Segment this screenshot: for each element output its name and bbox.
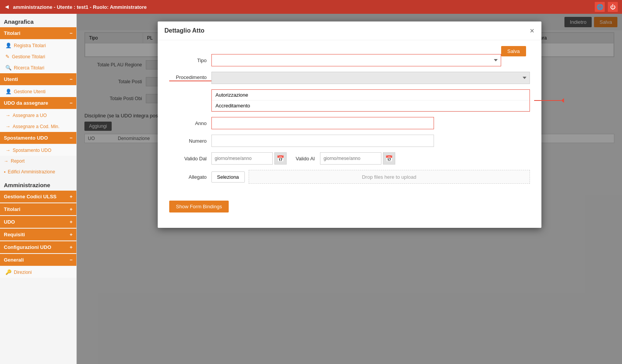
- sidebar-group-label: Requisiti: [4, 232, 25, 237]
- back-arrow-icon[interactable]: ◄: [4, 3, 10, 10]
- sidebar-item-label: Report: [11, 158, 25, 164]
- sidebar-item-edifici[interactable]: ▪ Edifici Amministrazione: [0, 166, 76, 177]
- dropdown-item-autorizzazione[interactable]: Autorizzazione: [212, 90, 530, 100]
- sidebar-group-label: Gestione Codici ULSS: [4, 194, 56, 199]
- tipo-label: Tipo: [169, 58, 211, 63]
- sidebar-group-utenti-label: Utenti: [4, 76, 18, 82]
- sidebar-group-requisiti[interactable]: Requisiti +: [0, 229, 76, 240]
- valido-dal-input[interactable]: [211, 152, 273, 165]
- sidebar-item-label: Registra Titolari: [14, 43, 46, 48]
- content-area: Indietro Salva Tipo PL Nome Stanza PI Os…: [77, 14, 622, 364]
- sidebar-item-report[interactable]: → Report: [0, 156, 76, 166]
- search-icon: 🔍: [5, 65, 12, 71]
- sidebar: Anagrafica Titolari − 👤 Registra Titolar…: [0, 14, 77, 364]
- file-upload-area: Seleziona Drop files here to upload: [211, 170, 530, 184]
- sidebar-item-label: Assegnare a Cod. Min.: [13, 124, 59, 129]
- sidebar-group-titolari-admin[interactable]: Titolari +: [0, 203, 76, 215]
- topbar-left: ◄ amministrazione - Utente : test1 - Ruo…: [4, 3, 147, 10]
- valido-dal-group: 📅 Valido Al 📅: [211, 152, 396, 165]
- drop-zone[interactable]: Drop files here to upload: [249, 170, 530, 184]
- topbar-title: amministrazione - Utente : test1 - Ruolo…: [13, 4, 147, 10]
- sidebar-group-label: Configurazioni UDO: [4, 244, 51, 250]
- arrow-icon: →: [5, 147, 10, 153]
- sidebar-item-label: Gestione Titolari: [12, 54, 45, 59]
- sidebar-item-spostamento-udo[interactable]: → Spostamento UDO: [0, 145, 76, 156]
- procedimento-row: Procedimento: [169, 72, 530, 84]
- sidebar-item-assegnare-cod-min[interactable]: → Assegnare a Cod. Min.: [0, 121, 76, 132]
- sidebar-item-direzioni[interactable]: 🔑 Direzioni: [0, 267, 76, 278]
- arrow-head: [561, 98, 564, 103]
- key-icon: 🔑: [5, 269, 12, 275]
- amministrazione-title: Amministrazione: [0, 177, 76, 191]
- sidebar-group-spostamento-udo-icon: −: [69, 135, 73, 141]
- sidebar-item-ricerca-titolari[interactable]: 🔍 Ricerca Titolari: [0, 62, 76, 73]
- modal-dettaglio-atto: Dettaglio Atto × Salva Tipo: [158, 21, 541, 228]
- sidebar-group-label: Generali: [4, 257, 24, 263]
- sidebar-group-plus-icon: +: [69, 206, 73, 212]
- sidebar-item-label: Edifici Amministrazione: [8, 169, 55, 175]
- modal-close-button[interactable]: ×: [530, 27, 535, 35]
- anagrafica-title: Anagrafica: [0, 14, 76, 27]
- drop-files-text: Drop files here to upload: [362, 174, 416, 180]
- sidebar-item-label: Gestione Utenti: [14, 89, 46, 94]
- sidebar-item-label: Assegnare a UO: [13, 113, 47, 118]
- sidebar-group-label: Titolari: [4, 206, 20, 212]
- sidebar-group-plus-icon: +: [69, 244, 73, 250]
- edit-icon: ✎: [5, 54, 10, 59]
- sidebar-group-spostamento-udo[interactable]: Spostamento UDO −: [0, 132, 76, 144]
- sidebar-item-gestione-utenti[interactable]: 👤 Gestione Utenti: [0, 86, 76, 97]
- sidebar-group-udo-assegnare[interactable]: UDO da assegnare −: [0, 97, 76, 109]
- seleziona-button[interactable]: Seleziona: [211, 171, 245, 183]
- person-icon: 👤: [5, 43, 12, 48]
- valido-dal-row: Valido Dal 📅 Valido Al 📅: [169, 152, 530, 165]
- sidebar-group-configurazioni-udo[interactable]: Configurazioni UDO +: [0, 241, 76, 253]
- arrow-line: [534, 100, 561, 101]
- sidebar-item-assegnare-uo[interactable]: → Assegnare a UO: [0, 110, 76, 121]
- sidebar-group-spostamento-udo-label: Spostamento UDO: [4, 135, 48, 141]
- allegato-row: Allegato Seleziona Drop files here to up…: [169, 170, 530, 184]
- topbar-right: 🌐 ⏻: [594, 2, 618, 12]
- modal-salva-button[interactable]: Salva: [501, 46, 526, 56]
- sidebar-group-udo-assegnare-icon: −: [69, 100, 73, 106]
- arrow-icon: →: [5, 112, 10, 118]
- valido-al-calendar-button[interactable]: 📅: [383, 152, 395, 165]
- arrow-indicator: [534, 98, 564, 103]
- modal-body: Salva Tipo Procedimento: [158, 40, 541, 220]
- anno-label: Anno: [169, 120, 211, 126]
- sidebar-group-gestione-codici-ulss[interactable]: Gestione Codici ULSS +: [0, 191, 76, 203]
- sidebar-group-udo-assegnare-label: UDO da assegnare: [4, 100, 48, 106]
- sidebar-item-label: Ricerca Titolari: [14, 65, 44, 71]
- modal-overlay: Dettaglio Atto × Salva Tipo: [77, 14, 622, 364]
- sidebar-group-plus-icon: +: [69, 194, 73, 199]
- sidebar-group-udo-admin[interactable]: UDO +: [0, 216, 76, 228]
- valido-al-input[interactable]: [320, 152, 381, 165]
- allegato-label: Allegato: [169, 174, 211, 180]
- arrow-icon: →: [5, 124, 10, 129]
- valido-al-label: Valido Al: [296, 156, 315, 161]
- anno-input[interactable]: [211, 117, 434, 129]
- tipo-row: Tipo: [169, 54, 501, 66]
- anno-row: Anno: [169, 117, 530, 129]
- tipo-select[interactable]: [211, 54, 501, 66]
- sidebar-group-titolari[interactable]: Titolari −: [0, 27, 76, 39]
- numero-row: Numero: [169, 135, 530, 147]
- sidebar-group-label: UDO: [4, 219, 15, 225]
- sidebar-group-utenti[interactable]: Utenti −: [0, 73, 76, 85]
- modal-title: Dettaglio Atto: [165, 27, 205, 34]
- valido-dal-label: Valido Dal: [169, 156, 211, 161]
- valido-dal-calendar-button[interactable]: 📅: [274, 152, 287, 165]
- sidebar-item-registra-titolari[interactable]: 👤 Registra Titolari: [0, 40, 76, 51]
- sidebar-item-label: Spostamento UDO: [13, 148, 51, 153]
- sidebar-group-plus-icon: +: [69, 219, 73, 225]
- show-form-bindings-button[interactable]: Show Form Bindings: [169, 201, 229, 212]
- numero-input[interactable]: [211, 135, 434, 147]
- globe-button[interactable]: 🌐: [594, 2, 605, 12]
- sidebar-item-gestione-titolari[interactable]: ✎ Gestione Titolari: [0, 51, 76, 62]
- sidebar-group-generali[interactable]: Generali −: [0, 254, 76, 266]
- procedimento-label: Procedimento: [169, 74, 211, 81]
- procedimento-select[interactable]: [211, 72, 530, 84]
- dropdown-item-accreditamento[interactable]: Accreditamento: [212, 100, 530, 111]
- sidebar-group-plus-icon: +: [69, 232, 73, 237]
- power-button[interactable]: ⏻: [607, 2, 618, 12]
- sidebar-group-minus-icon: −: [69, 257, 73, 263]
